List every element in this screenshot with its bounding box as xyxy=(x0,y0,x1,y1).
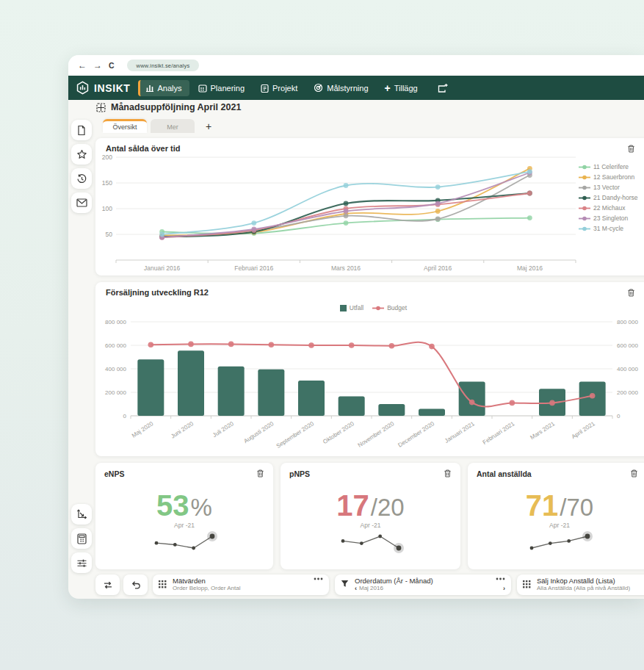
svg-text:200 000: 200 000 xyxy=(617,389,638,396)
main-nav: INSIKT Analys Planering Projekt xyxy=(68,76,644,100)
trash-icon xyxy=(444,469,452,478)
line-chart: 50100150200Januari 2016Februari 2016Mars… xyxy=(98,153,644,272)
legend-item[interactable]: 23 Singleton xyxy=(579,215,637,222)
kpi-suffix: /70 xyxy=(560,495,593,519)
refresh-icon xyxy=(103,580,113,590)
trash-icon xyxy=(627,288,635,298)
url-bar[interactable]: www.insikt.se/analys xyxy=(127,60,200,71)
widget-matvarden[interactable]: Mätvärden Order Belopp, Order Antal xyxy=(153,574,329,595)
browser-back-icon[interactable]: ← xyxy=(78,61,87,70)
legend-marker xyxy=(372,306,384,311)
add-tab-button[interactable]: + xyxy=(206,121,211,132)
prev-month-button[interactable]: ‹ xyxy=(355,586,357,592)
svg-text:Augusti 2020: Augusti 2020 xyxy=(242,420,275,444)
chart1-legend: 11 Celerifere 12 Sauerbronn 13 Vector 21… xyxy=(579,163,637,232)
next-month-button[interactable]: › xyxy=(503,586,505,592)
svg-text:200 000: 200 000 xyxy=(105,389,126,396)
sidebar-axes-button[interactable] xyxy=(71,504,92,525)
undo-button[interactable] xyxy=(123,574,148,595)
svg-text:200: 200 xyxy=(102,154,112,161)
nav-item-tillagg[interactable]: + Tillägg xyxy=(377,79,425,97)
widget-orderdatum[interactable]: Orderdatum (År - Månad) ‹ Maj 2016 › xyxy=(335,574,511,595)
tab-label: Översikt xyxy=(112,123,137,131)
sidebar-history-button[interactable] xyxy=(71,168,92,189)
delete-kpi-enps-button[interactable] xyxy=(256,469,264,478)
widget-menu-button[interactable] xyxy=(314,577,323,580)
nav-item-projekt[interactable]: Projekt xyxy=(253,80,305,96)
filter-icon xyxy=(341,580,349,588)
svg-text:400 000: 400 000 xyxy=(617,366,638,372)
svg-text:December 2020: December 2020 xyxy=(397,420,435,449)
kpi-title: eNPS xyxy=(104,469,124,478)
svg-text:Februari 2021: Februari 2021 xyxy=(482,420,516,446)
drag-grid-icon[interactable] xyxy=(159,580,167,588)
widget-salj-inkop-anstalld[interactable]: Sälj Inköp Anställd (Lista) Alla Anställ… xyxy=(517,574,644,595)
chart2-legend: UtfallBudget xyxy=(95,304,644,311)
delete-kpi-pnps-button[interactable] xyxy=(444,469,452,478)
kpi-body: 71 /70 Apr -21 xyxy=(468,491,644,555)
new-window-icon xyxy=(437,83,448,93)
sidebar-calculator-button[interactable] xyxy=(71,528,92,549)
svg-text:100: 100 xyxy=(102,205,112,212)
svg-text:400 000: 400 000 xyxy=(105,366,126,372)
sidebar-favorites-button[interactable] xyxy=(71,144,92,165)
page-title-row: Månadsuppföljning April 2021 xyxy=(96,102,241,112)
legend-marker xyxy=(579,226,590,231)
insikt-logo xyxy=(76,81,90,95)
widget-menu-button[interactable] xyxy=(496,577,505,580)
legend-marker xyxy=(579,185,590,190)
kpi-sparkline xyxy=(336,529,406,555)
trash-icon xyxy=(630,469,638,478)
legend-item[interactable]: Budget xyxy=(372,304,407,311)
svg-text:Juni 2020: Juni 2020 xyxy=(170,420,195,440)
brand[interactable]: INSIKT xyxy=(76,81,131,95)
refresh-button[interactable] xyxy=(95,574,120,595)
plus-icon: + xyxy=(385,83,391,93)
sidebar-document-button[interactable] xyxy=(71,120,92,140)
legend-item[interactable]: 13 Vector xyxy=(579,184,637,191)
kpi-body: 53 % Apr -21 xyxy=(95,491,273,555)
kpi-suffix: /20 xyxy=(371,495,405,519)
legend-item[interactable]: 12 Sauerbronn xyxy=(579,173,637,181)
svg-text:Juli 2020: Juli 2020 xyxy=(211,420,235,439)
svg-text:800 000: 800 000 xyxy=(617,319,638,325)
svg-text:50: 50 xyxy=(106,231,113,238)
nav-item-planering[interactable]: Planering xyxy=(191,80,252,96)
legend-item[interactable]: 31 M-cycle xyxy=(579,225,637,232)
kpi-title: Antal anställda xyxy=(477,469,532,478)
browser-reload-icon[interactable]: C xyxy=(109,62,115,70)
svg-text:800 000: 800 000 xyxy=(105,319,126,325)
sidebar-settings-button[interactable] xyxy=(71,552,92,573)
delete-kpi-anstallda-button[interactable] xyxy=(630,469,638,478)
nav-label: Analys xyxy=(158,84,182,93)
delete-panel2-button[interactable] xyxy=(627,288,635,298)
tab-oversikt[interactable]: Översikt xyxy=(103,119,147,133)
kpi-value: 71 xyxy=(526,491,559,520)
svg-text:Maj 2020: Maj 2020 xyxy=(131,420,155,439)
browser-forward-icon[interactable]: → xyxy=(93,61,102,70)
svg-text:Februari 2016: Februari 2016 xyxy=(234,264,273,272)
legend-item[interactable]: 11 Celerifere xyxy=(579,163,637,170)
svg-text:Januari 2021: Januari 2021 xyxy=(444,420,476,444)
tab-mer[interactable]: Mer xyxy=(151,119,195,133)
document-icon xyxy=(76,125,87,136)
svg-text:Mars 2021: Mars 2021 xyxy=(529,420,556,441)
svg-text:Januari 2016: Januari 2016 xyxy=(144,264,180,272)
bar-chart: 00200 000200 000400 000400 000600 000600… xyxy=(98,313,644,454)
legend-item[interactable]: Utfall xyxy=(340,304,363,311)
panel-antal-salda: Antal sålda över tid 50100150200Januari … xyxy=(95,138,644,275)
kpi-suffix: % xyxy=(191,495,212,519)
sidebar-mail-button[interactable] xyxy=(71,192,92,213)
legend-item[interactable]: 21 Dandy-horse xyxy=(579,194,637,201)
brand-name: INSIKT xyxy=(94,82,131,94)
kpi-card-pnps: pNPS 17 /20 Apr -21 xyxy=(281,463,460,569)
legend-item[interactable]: 22 Michaux xyxy=(579,204,637,212)
kpi-value: 17 xyxy=(336,491,369,520)
open-new-window-button[interactable] xyxy=(437,83,448,93)
drag-grid-icon[interactable] xyxy=(523,580,531,588)
kpi-title: pNPS xyxy=(289,469,310,478)
nav-item-analys[interactable]: Analys xyxy=(138,80,189,96)
svg-text:0: 0 xyxy=(123,413,127,419)
kpi-period: Apr -21 xyxy=(174,522,195,529)
nav-item-malstyrning[interactable]: Målstyrning xyxy=(306,79,375,96)
